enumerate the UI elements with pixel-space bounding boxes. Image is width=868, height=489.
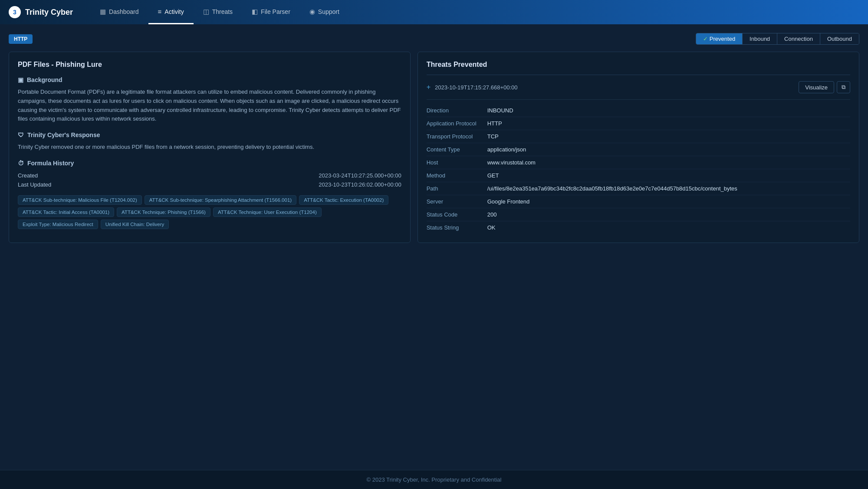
formula-created-row: Created 2023-03-24T10:27:25.000+00:00 <box>18 171 401 180</box>
nav-icon-dashboard: ▦ <box>100 8 106 16</box>
detail-label: Transport Protocol <box>427 130 487 143</box>
detail-label: Status Code <box>427 208 487 221</box>
formula-updated-value: 2023-10-23T10:26:02.000+00:00 <box>319 181 401 188</box>
detail-row: Status Code200 <box>427 208 850 221</box>
response-heading: Trinity Cyber's Response <box>27 131 100 138</box>
background-icon: ▣ <box>18 76 23 83</box>
top-bar: 3 Trinity Cyber ▦Dashboard≡Activity◫Thre… <box>0 0 868 24</box>
threat-timestamp-area: + 2023-10-19T17:15:27.668+00:00 <box>427 83 518 91</box>
formula-header: ⏱ Formula History <box>18 160 401 167</box>
tag-item: ATT&CK Tactic: Initial Access (TA0001) <box>18 207 114 217</box>
detail-row: MethodGET <box>427 169 850 182</box>
nav-icon-support: ◉ <box>309 8 315 16</box>
threat-entry: + 2023-10-19T17:15:27.668+00:00 Visualiz… <box>427 75 850 234</box>
detail-label: Method <box>427 169 487 182</box>
background-body: Portable Document Format (PDFs) are a le… <box>18 88 401 124</box>
detail-value: INBOUND <box>487 104 850 117</box>
detail-value: GET <box>487 169 850 182</box>
left-panel: PDF Files - Phishing Lure ▣ Background P… <box>9 52 411 243</box>
detail-row: ServerGoogle Frontend <box>427 195 850 208</box>
background-header: ▣ Background <box>18 76 401 83</box>
detail-value: /ui/files/8e2ea351ea7a69bc34b2fc8c2daa05… <box>487 182 850 195</box>
detail-value: www.virustotal.com <box>487 156 850 169</box>
nav-label-threats: Threats <box>212 8 233 15</box>
http-badge: HTTP <box>9 34 33 44</box>
nav-tab-activity[interactable]: ≡Activity <box>148 0 194 24</box>
filter-btn-outbound[interactable]: Outbound <box>820 33 859 44</box>
response-body: Trinity Cyber removed one or more malici… <box>18 143 401 152</box>
tags-container: ATT&CK Sub-technique: Malicious File (T1… <box>18 195 401 229</box>
tag-item: ATT&CK Technique: User Execution (T1204) <box>213 207 322 217</box>
detail-label: Server <box>427 195 487 208</box>
threat-header-row: + 2023-10-19T17:15:27.668+00:00 Visualiz… <box>427 75 850 100</box>
nav-icon-threats: ◫ <box>203 8 209 16</box>
detail-value: TCP <box>487 130 850 143</box>
detail-row: Status StringOK <box>427 221 850 234</box>
detail-value: Google Frontend <box>487 195 850 208</box>
main-content: HTTP ✓PreventedInboundConnectionOutbound… <box>0 24 868 470</box>
detail-row: Content Typeapplication/json <box>427 143 850 156</box>
detail-label: Host <box>427 156 487 169</box>
nav-icon-activity: ≡ <box>158 8 162 15</box>
nav-label-support: Support <box>318 8 339 15</box>
nav-label-file-parser: File Parser <box>261 8 290 15</box>
app-title: Trinity Cyber <box>25 8 73 17</box>
tag-item: ATT&CK Tactic: Execution (TA0002) <box>299 195 388 205</box>
tag-item: Unified Kill Chain: Delivery <box>101 220 169 229</box>
response-icon: 🛡 <box>18 131 24 138</box>
footer: © 2023 Trinity Cyber, Inc. Proprietary a… <box>0 470 868 489</box>
nav-tab-file-parser[interactable]: ◧File Parser <box>242 0 300 24</box>
filter-btn-prevented[interactable]: ✓Prevented <box>696 33 743 44</box>
threat-actions: Visualize ⧉ <box>799 81 850 93</box>
filter-bar: HTTP ✓PreventedInboundConnectionOutbound <box>9 33 859 45</box>
right-panel: Threats Prevented + 2023-10-19T17:15:27.… <box>418 52 859 243</box>
nav-tab-threats[interactable]: ◫Threats <box>194 0 242 24</box>
detail-value: OK <box>487 221 850 234</box>
footer-text: © 2023 Trinity Cyber, Inc. Proprietary a… <box>367 476 502 483</box>
formula-created-label: Created <box>18 172 38 179</box>
detail-value: 200 <box>487 208 850 221</box>
nav-tabs: ▦Dashboard≡Activity◫Threats◧File Parser◉… <box>90 0 349 24</box>
background-heading: Background <box>27 76 62 83</box>
copy-button[interactable]: ⧉ <box>837 81 850 93</box>
threat-timestamp: 2023-10-19T17:15:27.668+00:00 <box>435 84 517 91</box>
detail-row: DirectionINBOUND <box>427 104 850 117</box>
tag-item: ATT&CK Technique: Phishing (T1566) <box>117 207 210 217</box>
visualize-button[interactable]: Visualize <box>799 81 834 93</box>
right-panel-title: Threats Prevented <box>427 61 850 75</box>
check-icon: ✓ <box>703 36 708 42</box>
formula-updated-row: Last Updated 2023-10-23T10:26:02.000+00:… <box>18 180 401 189</box>
formula-created-value: 2023-03-24T10:27:25.000+00:00 <box>319 172 401 179</box>
detail-value: HTTP <box>487 117 850 130</box>
detail-label: Path <box>427 182 487 195</box>
tag-item: ATT&CK Sub-technique: Spearphishing Atta… <box>145 195 296 205</box>
filter-btn-connection[interactable]: Connection <box>777 33 820 44</box>
logo-area: 3 Trinity Cyber <box>9 6 73 18</box>
nav-label-activity: Activity <box>164 8 184 15</box>
detail-label: Application Protocol <box>427 117 487 130</box>
detail-row: Hostwww.virustotal.com <box>427 156 850 169</box>
formula-heading: Formula History <box>27 160 74 167</box>
filter-btn-inbound[interactable]: Inbound <box>743 33 777 44</box>
expand-icon[interactable]: + <box>427 83 431 91</box>
formula-updated-label: Last Updated <box>18 181 51 188</box>
detail-table: DirectionINBOUNDApplication ProtocolHTTP… <box>427 104 850 234</box>
nav-tab-support[interactable]: ◉Support <box>300 0 349 24</box>
detail-label: Direction <box>427 104 487 117</box>
detail-row: Path/ui/files/8e2ea351ea7a69bc34b2fc8c2d… <box>427 182 850 195</box>
detail-row: Transport ProtocolTCP <box>427 130 850 143</box>
left-panel-title: PDF Files - Phishing Lure <box>18 61 401 69</box>
tag-item: ATT&CK Sub-technique: Malicious File (T1… <box>18 195 142 205</box>
tag-item: Exploit Type: Malicious Redirect <box>18 220 98 229</box>
detail-value: application/json <box>487 143 850 156</box>
formula-icon: ⏱ <box>18 160 24 167</box>
response-header: 🛡 Trinity Cyber's Response <box>18 131 401 138</box>
logo-icon: 3 <box>9 6 21 18</box>
detail-label: Content Type <box>427 143 487 156</box>
detail-label: Status String <box>427 221 487 234</box>
nav-label-dashboard: Dashboard <box>109 8 139 15</box>
nav-tab-dashboard[interactable]: ▦Dashboard <box>90 0 148 24</box>
nav-icon-file-parser: ◧ <box>252 8 258 16</box>
formula-table: Created 2023-03-24T10:27:25.000+00:00 La… <box>18 171 401 189</box>
filter-buttons: ✓PreventedInboundConnectionOutbound <box>696 33 859 45</box>
